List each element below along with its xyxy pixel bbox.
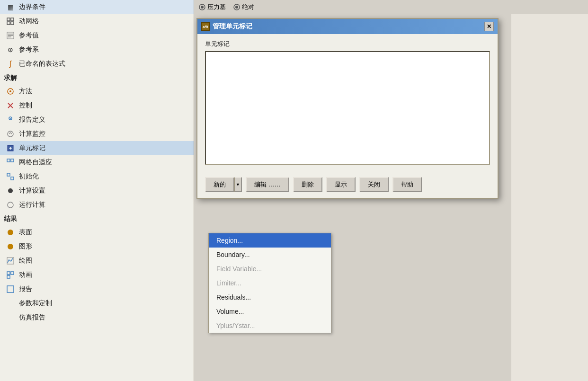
sidebar-item-params-custom[interactable]: 参数和定制 bbox=[0, 296, 194, 310]
svg-rect-30 bbox=[11, 272, 14, 275]
new-dropdown-button[interactable]: ▼ bbox=[234, 177, 242, 192]
dropdown-item-boundary[interactable]: Boundary... bbox=[209, 248, 331, 262]
svg-point-25 bbox=[8, 202, 13, 208]
svg-rect-1 bbox=[11, 18, 14, 21]
sidebar-item-reference-value[interactable]: 参考值 bbox=[0, 28, 194, 43]
edit-button[interactable]: 编辑 …… bbox=[246, 177, 289, 192]
sidebar-item-report-def[interactable]: 报告定义 bbox=[0, 113, 194, 127]
svg-rect-22 bbox=[7, 173, 10, 176]
new-dropdown-menu: Region... Boundary... Field Variable... … bbox=[208, 233, 331, 333]
report-def-icon bbox=[6, 115, 15, 124]
method-icon bbox=[6, 87, 15, 96]
sidebar: ▦ 边界条件 动网格 参考值 ⊕ 参考系 ∫ 已命名的表达式 求解 方法 控制 bbox=[0, 0, 194, 381]
reference-value-icon bbox=[6, 31, 15, 40]
boundary-icon: ▦ bbox=[6, 2, 15, 12]
pressure-radio-group: 压力基 绝对 bbox=[199, 3, 254, 11]
dialog-title-icon: aRt bbox=[201, 22, 210, 31]
sidebar-item-sim-report[interactable]: 仿真报告 bbox=[0, 310, 194, 325]
dropdown-item-yplus: Yplus/Ystar... bbox=[209, 319, 331, 333]
dialog-content: 单元标记 bbox=[197, 34, 498, 172]
svg-rect-32 bbox=[7, 286, 14, 292]
display-button[interactable]: 显示 bbox=[326, 177, 356, 192]
sidebar-item-initialize[interactable]: 初始化 bbox=[0, 169, 194, 184]
sidebar-item-named-expressions[interactable]: ∫ 已命名的表达式 bbox=[0, 57, 194, 71]
cell-marker-textarea[interactable] bbox=[205, 51, 490, 165]
svg-point-34 bbox=[201, 6, 204, 9]
surface-icon bbox=[6, 228, 15, 237]
svg-point-26 bbox=[8, 230, 13, 235]
radio-pressure-base[interactable]: 压力基 bbox=[199, 3, 226, 11]
svg-rect-31 bbox=[7, 275, 10, 278]
radio-absolute[interactable]: 绝对 bbox=[233, 3, 254, 11]
close-button[interactable]: 关闭 bbox=[359, 177, 389, 192]
dropdown-item-volume[interactable]: Volume... bbox=[209, 304, 331, 319]
sidebar-item-animation[interactable]: 动画 bbox=[0, 268, 194, 282]
run-calc-icon bbox=[6, 200, 15, 210]
dropdown-item-residuals[interactable]: Residuals... bbox=[209, 290, 331, 304]
sidebar-item-calc-monitor[interactable]: 计算监控 bbox=[0, 127, 194, 141]
svg-rect-23 bbox=[11, 177, 14, 180]
svg-rect-20 bbox=[7, 159, 10, 162]
cell-marker-icon bbox=[6, 143, 15, 153]
delete-button[interactable]: 删除 bbox=[293, 177, 322, 192]
sidebar-item-run-calc[interactable]: 运行计算 bbox=[0, 198, 194, 212]
topbar: 压力基 绝对 bbox=[194, 0, 588, 14]
manage-cell-marker-dialog: aRt 管理单元标记 ✕ 单元标记 新的 ▼ 编辑 …… 删除 显示 关闭 帮助 bbox=[196, 18, 499, 199]
field-label: 单元标记 bbox=[205, 40, 490, 48]
svg-point-14 bbox=[8, 131, 13, 137]
calc-monitor-icon bbox=[6, 129, 15, 139]
sidebar-item-control[interactable]: 控制 bbox=[0, 98, 194, 113]
dropdown-item-limiter: Limiter... bbox=[209, 276, 331, 290]
sidebar-item-report[interactable]: 报告 bbox=[0, 282, 194, 296]
dialog-titlebar: aRt 管理单元标记 ✕ bbox=[197, 19, 498, 34]
mesh-adapt-icon bbox=[6, 158, 15, 167]
new-button[interactable]: 新的 bbox=[205, 177, 234, 192]
section-results: 结果 bbox=[0, 212, 194, 225]
dropdown-item-field-variable: Field Variable... bbox=[209, 262, 331, 276]
sidebar-item-calc-settings[interactable]: 计算设置 bbox=[0, 184, 194, 198]
sidebar-item-cell-marker[interactable]: 单元标记 bbox=[0, 141, 194, 155]
sidebar-item-dynamic-grid[interactable]: 动网格 bbox=[0, 14, 194, 28]
dialog-title-text: 管理单元标记 bbox=[213, 22, 484, 31]
calc-settings-icon bbox=[6, 186, 15, 195]
svg-point-36 bbox=[235, 6, 238, 9]
new-button-group: 新的 ▼ bbox=[205, 177, 242, 192]
report-icon bbox=[6, 284, 15, 294]
sim-report-icon bbox=[6, 313, 15, 322]
reference-system-icon: ⊕ bbox=[6, 45, 15, 54]
svg-rect-21 bbox=[11, 159, 14, 162]
sidebar-item-drawing[interactable]: 绘图 bbox=[0, 254, 194, 268]
dialog-close-button[interactable]: ✕ bbox=[484, 22, 494, 31]
dropdown-item-region[interactable]: Region... bbox=[209, 233, 331, 248]
sidebar-item-reference-system[interactable]: ⊕ 参考系 bbox=[0, 43, 194, 57]
sidebar-item-mesh-adapt[interactable]: 网格自适应 bbox=[0, 155, 194, 169]
sidebar-item-method[interactable]: 方法 bbox=[0, 84, 194, 98]
animation-icon bbox=[6, 270, 15, 280]
svg-point-27 bbox=[8, 244, 13, 249]
sidebar-item-graphics[interactable]: 图形 bbox=[0, 239, 194, 254]
dialog-buttons: 新的 ▼ 编辑 …… 删除 显示 关闭 帮助 bbox=[197, 172, 498, 198]
svg-rect-3 bbox=[11, 22, 14, 25]
svg-point-24 bbox=[8, 188, 13, 193]
initialize-icon bbox=[6, 172, 15, 181]
sidebar-item-boundary[interactable]: ▦ 边界条件 bbox=[0, 0, 194, 14]
sidebar-item-surface[interactable]: 表面 bbox=[0, 225, 194, 239]
svg-point-9 bbox=[9, 90, 11, 92]
named-expressions-icon: ∫ bbox=[6, 59, 15, 69]
drawing-icon bbox=[6, 256, 15, 266]
params-icon bbox=[6, 299, 15, 308]
svg-point-13 bbox=[10, 118, 11, 119]
graphics-icon bbox=[6, 242, 15, 251]
svg-rect-0 bbox=[7, 18, 10, 21]
section-solve: 求解 bbox=[0, 71, 194, 84]
svg-rect-29 bbox=[7, 272, 10, 275]
help-button[interactable]: 帮助 bbox=[392, 177, 422, 192]
svg-line-16 bbox=[10, 133, 12, 134]
right-area bbox=[511, 14, 588, 381]
svg-rect-2 bbox=[7, 22, 10, 25]
dynamic-grid-icon bbox=[6, 17, 15, 26]
control-icon bbox=[6, 101, 15, 110]
